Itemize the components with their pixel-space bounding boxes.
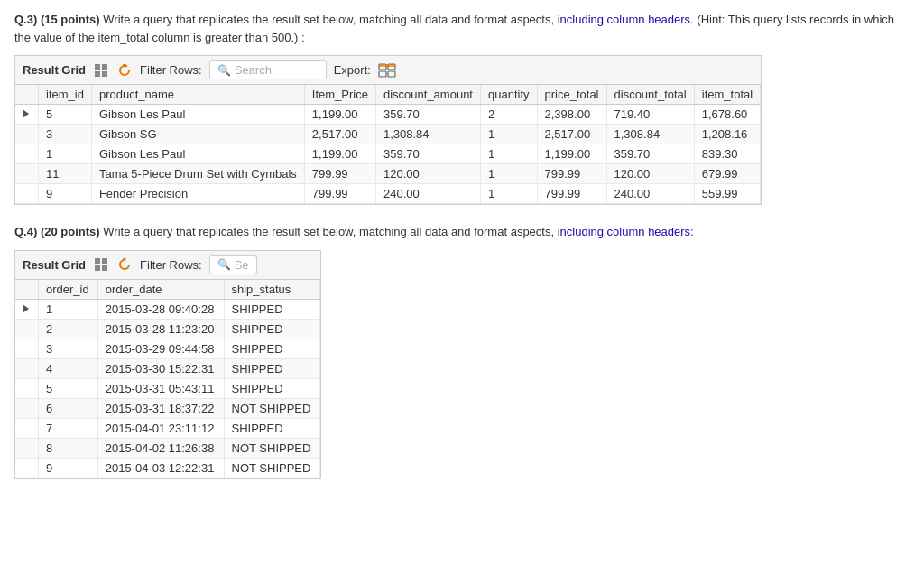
q3-col-discount_amount: discount_amount — [375, 85, 480, 105]
q3-refresh-icon[interactable] — [116, 63, 133, 78]
q4-search-placeholder: Se — [235, 258, 249, 272]
q3-cell-discount_amount-4: 240.00 — [375, 184, 480, 204]
svg-rect-3 — [102, 71, 107, 77]
q3-cell-price_total-2: 1,199.00 — [537, 144, 606, 164]
q3-result-grid-label: Result Grid — [23, 63, 86, 77]
q3-cell-quantity-1: 1 — [480, 125, 537, 144]
table-row: 5 2015-03-31 05:43:11 SHIPPED — [15, 378, 320, 398]
q4-row-indicator-5 — [15, 398, 39, 418]
q4-label: Q.4) — [14, 225, 37, 238]
q3-highlight: including column headers. — [558, 13, 694, 26]
q3-search-box[interactable]: 🔍 Search — [209, 60, 327, 79]
table-row: 11 Tama 5-Piece Drum Set with Cymbals 79… — [15, 164, 761, 184]
q3-col-product_name: product_name — [91, 85, 304, 105]
q3-cell-item_id-3: 11 — [39, 164, 92, 184]
q4-row-indicator-8 — [15, 458, 39, 478]
q4-cell-ship_status-7: NOT SHIPPED — [224, 438, 320, 458]
q3-cell-discount_total-0: 719.40 — [606, 105, 694, 125]
q3-cell-price_total-0: 2,398.00 — [537, 105, 606, 125]
q4-row-indicator-3 — [15, 358, 39, 378]
q4-col-order_date: order_date — [97, 280, 224, 300]
q3-cell-Item_Price-2: 1,199.00 — [304, 144, 375, 164]
table-row: 8 2015-04-02 11:26:38 NOT SHIPPED — [15, 438, 320, 458]
q3-points: (15 points) — [41, 13, 100, 26]
q4-result-grid-label: Result Grid — [23, 258, 86, 272]
q4-cell-order_id-6: 7 — [39, 418, 98, 438]
q3-cell-item_id-2: 1 — [39, 144, 92, 164]
q4-cell-ship_status-5: NOT SHIPPED — [224, 398, 320, 418]
q3-cell-discount_total-2: 359.70 — [606, 144, 694, 164]
q4-filter-rows-label: Filter Rows: — [140, 258, 202, 272]
q4-cell-order_date-0: 2015-03-28 09:40:28 — [97, 299, 224, 319]
q4-cell-order_date-1: 2015-03-28 11:23:20 — [97, 319, 224, 339]
svg-rect-11 — [102, 258, 107, 264]
q4-table-header-row: order_id order_date ship_status — [15, 280, 320, 300]
table-row: 9 2015-04-03 12:22:31 NOT SHIPPED — [15, 458, 320, 478]
q4-cell-order_id-0: 1 — [39, 299, 98, 319]
table-row: 6 2015-03-31 18:37:22 NOT SHIPPED — [15, 398, 320, 418]
q3-cell-discount_total-3: 120.00 — [606, 164, 694, 184]
q4-cell-order_date-4: 2015-03-31 05:43:11 — [97, 378, 224, 398]
q4-refresh-icon[interactable] — [116, 257, 133, 272]
q3-table-header-row: item_id product_name Item_Price discount… — [15, 85, 761, 105]
q4-cell-order_id-4: 5 — [39, 378, 98, 398]
q3-cell-item_total-1: 1,208.16 — [694, 125, 760, 144]
q4-text: Write a query that replicates the result… — [100, 225, 558, 238]
q3-cell-discount_total-1: 1,308.84 — [606, 125, 694, 144]
svg-rect-0 — [95, 64, 100, 70]
q3-cell-quantity-4: 1 — [480, 184, 537, 204]
q4-points: (20 points) — [41, 225, 100, 238]
q3-cell-price_total-4: 799.99 — [537, 184, 606, 204]
q3-col-price_total: price_total — [537, 85, 606, 105]
table-row: 3 2015-03-29 09:44:58 SHIPPED — [15, 339, 320, 358]
table-row: 4 2015-03-30 15:22:31 SHIPPED — [15, 358, 320, 378]
q3-cell-discount_amount-2: 359.70 — [375, 144, 480, 164]
q4-grid-icon[interactable] — [93, 257, 109, 272]
q4-col-order_id: order_id — [39, 280, 98, 300]
q3-cell-item_total-3: 679.99 — [694, 164, 760, 184]
q3-grid-icon[interactable] — [93, 63, 109, 78]
q3-col-indicator — [15, 85, 39, 105]
q3-cell-item_id-4: 9 — [39, 184, 92, 204]
q3-row-indicator-4 — [15, 184, 39, 204]
svg-rect-6 — [379, 71, 386, 77]
q3-cell-price_total-1: 2,517.00 — [537, 125, 606, 144]
table-row: 2 2015-03-28 11:23:20 SHIPPED — [15, 319, 320, 339]
q3-export-icon[interactable] — [378, 62, 396, 79]
q4-toolbar: Result Grid Filter Rows: 🔍 Se — [15, 251, 320, 280]
q4-cell-order_id-7: 8 — [39, 438, 98, 458]
q3-toolbar: Result Grid Filter Rows: 🔍 Search Export… — [15, 56, 761, 85]
q3-cell-product_name-3: Tama 5-Piece Drum Set with Cymbals — [91, 164, 304, 184]
q4-cell-order_date-3: 2015-03-30 15:22:31 — [97, 358, 224, 378]
q4-cell-order_date-2: 2015-03-29 09:44:58 — [97, 339, 224, 358]
q4-search-box[interactable]: 🔍 Se — [209, 255, 257, 274]
q3-search-placeholder: Search — [235, 63, 272, 77]
q3-cell-item_id-0: 5 — [39, 105, 92, 125]
q4-cell-order_date-6: 2015-04-01 23:11:12 — [97, 418, 224, 438]
table-row: 7 2015-04-01 23:11:12 SHIPPED — [15, 418, 320, 438]
q3-col-item_id: item_id — [39, 85, 92, 105]
q3-cell-quantity-0: 2 — [480, 105, 537, 125]
q3-col-Item_Price: Item_Price — [304, 85, 375, 105]
q3-cell-Item_Price-1: 2,517.00 — [304, 125, 375, 144]
q3-cell-quantity-3: 1 — [480, 164, 537, 184]
q4-row-indicator-0 — [15, 299, 39, 319]
q4-cell-ship_status-2: SHIPPED — [224, 339, 320, 358]
q3-cell-item_id-1: 3 — [39, 125, 92, 144]
svg-rect-8 — [388, 71, 395, 77]
svg-rect-2 — [95, 71, 100, 77]
q4-row-indicator-1 — [15, 319, 39, 339]
q4-cell-ship_status-4: SHIPPED — [224, 378, 320, 398]
q4-row-indicator-7 — [15, 438, 39, 458]
q4-cell-order_id-2: 3 — [39, 339, 98, 358]
q4-cell-order_date-7: 2015-04-02 11:26:38 — [97, 438, 224, 458]
q3-col-item_total: item_total — [694, 85, 760, 105]
q3-cell-discount_amount-0: 359.70 — [375, 105, 480, 125]
q4-col-indicator — [15, 280, 39, 300]
q3-cell-Item_Price-3: 799.99 — [304, 164, 375, 184]
q4-cell-ship_status-8: NOT SHIPPED — [224, 458, 320, 478]
q4-question-text: Q.4) (20 points) Write a query that repl… — [14, 223, 910, 241]
q3-cell-price_total-3: 799.99 — [537, 164, 606, 184]
table-row: 9 Fender Precision 799.99 240.00 1 799.9… — [15, 184, 761, 204]
q4-result-grid: Result Grid Filter Rows: 🔍 Se — [14, 250, 321, 479]
